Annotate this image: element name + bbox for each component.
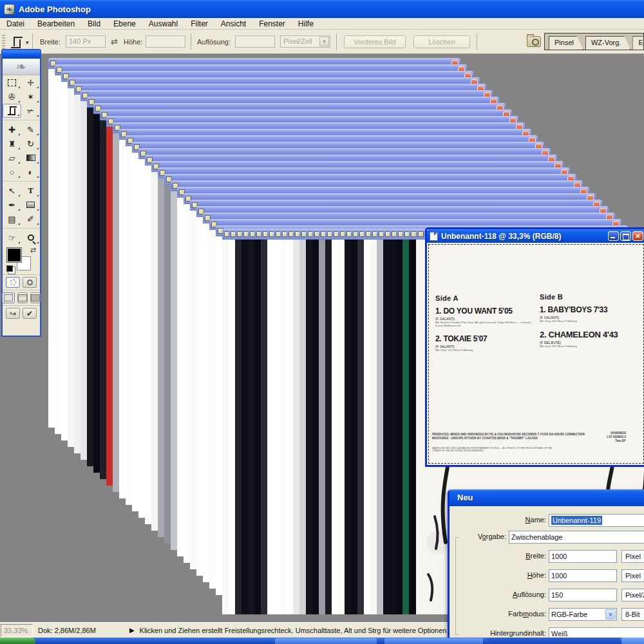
menubar: DateiBearbeitenBildEbeneAuswahlFilterAns…	[0, 18, 644, 30]
start-button-fragment[interactable]	[0, 638, 35, 644]
healing-brush-tool[interactable]: ✚	[3, 122, 21, 137]
aufloesung-unit-select[interactable]: Pixel/Zol	[621, 589, 644, 601]
record-side-b: Side B 1. BABY'BOYS 7'33(F. GALANTI)Md. …	[540, 293, 636, 355]
vorgabe-value: Zwischenablage	[511, 533, 563, 541]
gradient-tool[interactable]	[21, 151, 40, 165]
zoom-level-field[interactable]: 33,33%	[1, 624, 33, 637]
shape-tool[interactable]	[21, 198, 40, 212]
neu-dialog-titlebar[interactable]: Neu	[450, 489, 644, 506]
hoehe-unit-select[interactable]: Pixel	[621, 569, 644, 582]
menu-auswahl[interactable]: Auswahl	[142, 19, 184, 28]
breite-unit-select[interactable]: Pixel	[621, 550, 644, 563]
record-side-a: Side A 1. DO YOU WANT 5'05(F. GALANTI)Md…	[435, 294, 532, 359]
pen-tool[interactable]: ✒	[3, 198, 21, 212]
brush-tool[interactable]: ✎	[21, 122, 40, 137]
crop-tool-icon[interactable]	[10, 36, 23, 49]
shape-icon	[26, 202, 35, 208]
burn-tool[interactable]: ◐	[21, 165, 40, 179]
zoom-tool[interactable]	[21, 231, 40, 245]
aufloesung-unit-value: Pixel/Zoll	[283, 37, 312, 45]
type-tool[interactable]: T	[21, 184, 40, 198]
menu-ebene[interactable]: Ebene	[107, 19, 142, 28]
menu-datei[interactable]: Datei	[0, 19, 31, 28]
chevron-down-icon[interactable]: ˅	[605, 609, 616, 620]
history-brush-tool[interactable]: ↻	[21, 137, 40, 151]
vorgabe-label: Vorgabe:	[478, 533, 506, 540]
options-grip[interactable]	[2, 35, 5, 49]
jump-to-imageready-button[interactable]: ↪	[6, 308, 20, 319]
foreground-color-swatch[interactable]	[7, 248, 21, 262]
swap-colors-icon[interactable]: ⇄	[30, 246, 36, 254]
menu-hilfe[interactable]: Hilfe	[292, 19, 320, 28]
menu-filter[interactable]: Filter	[184, 19, 214, 28]
document-canvas[interactable]: Side A 1. DO YOU WANT 5'05(F. GALANTI)Md…	[427, 243, 644, 465]
blur-tool[interactable]: ○	[3, 165, 21, 179]
document-titlebar[interactable]: Unbenannt-118 @ 33,3% (RGB/8) ✕	[427, 229, 644, 243]
breite-input[interactable]: 140 Px	[66, 35, 106, 48]
breite-dlg-input[interactable]: 1000	[549, 550, 617, 563]
menu-ansicht[interactable]: Ansicht	[214, 19, 252, 28]
quick-mask-button[interactable]	[23, 277, 37, 288]
aufloesung-input[interactable]	[235, 35, 275, 48]
pen-icon: ✒	[8, 200, 15, 210]
hoehe-dlg-label: Höhe:	[527, 571, 546, 579]
menu-bearbeiten[interactable]: Bearbeiten	[31, 19, 81, 28]
rect-marquee-tool[interactable]	[3, 75, 21, 90]
minimize-button[interactable]	[608, 231, 619, 241]
eyedropper-tool[interactable]: ✐	[21, 212, 40, 226]
swap-dimensions-icon[interactable]: ⇄	[111, 37, 118, 46]
farbmodus-label: Farbmodus:	[508, 610, 546, 618]
palette-tab-ebenenko[interactable]: Ebenenko	[632, 36, 644, 50]
vorgabe-select[interactable]: Zwischenablage	[509, 531, 644, 544]
gradient-icon	[26, 155, 35, 161]
aufloesung-unit-select[interactable]: Pixel/Zoll ▼	[280, 35, 330, 48]
toolbox-palette[interactable]: ❧ ✛✇✶✃✚✎♜↻▱○◐↖T✒▤✐☞ ⇄ ↪ ✔	[1, 49, 41, 337]
notes-tool[interactable]: ▤	[3, 212, 21, 226]
record-fine-print: PRODUCED, MIXED AND ARRANGED BY PG & FGH…	[432, 433, 603, 440]
app-titlebar[interactable]: ❧ Adobe Photoshop	[0, 0, 644, 18]
dropdown-arrow-icon[interactable]: ▼	[319, 37, 329, 46]
document-window-unbenannt-118[interactable]: Unbenannt-118 @ 33,3% (RGB/8) ✕ Side A 1…	[425, 227, 644, 467]
hand-tool[interactable]: ☞	[3, 231, 21, 245]
eraser-tool[interactable]: ▱	[3, 151, 21, 165]
status-hint: Klicken und Ziehen erstellt Freistellung…	[140, 627, 447, 634]
maximize-button[interactable]	[620, 231, 631, 241]
farbmodus-select[interactable]: RGB-Farbe ˅	[549, 608, 617, 621]
toolbox-feather-logo: ❧	[3, 59, 40, 75]
burn-icon: ◐	[28, 167, 33, 177]
menu-bild[interactable]: Bild	[81, 19, 107, 28]
crop-tool[interactable]	[3, 104, 21, 118]
taskbar-button[interactable]	[275, 638, 377, 644]
name-value: Unbenannt-119	[551, 516, 602, 525]
close-button[interactable]: ✕	[632, 231, 643, 241]
palette-tab-wzvorg[interactable]: WZ-Vorg.	[585, 36, 630, 50]
palette-tab-pinsel[interactable]: Pinsel	[549, 36, 583, 50]
aufloesung-dlg-input[interactable]: 150	[549, 589, 617, 601]
path-select-tool[interactable]: ↖	[3, 184, 21, 198]
vorderes-bild-button[interactable]: Vorderes Bild	[344, 35, 406, 48]
bitdepth-select[interactable]: 8-Bit	[621, 608, 644, 621]
status-arrow-icon[interactable]: ▶	[129, 627, 135, 634]
slice-tool[interactable]: ✃	[21, 104, 40, 118]
hoehe-input[interactable]	[146, 35, 185, 48]
move-tool[interactable]: ✛	[21, 75, 40, 90]
hoehe-row: Höhe: 1000 Pixel	[450, 569, 644, 582]
lasso-tool[interactable]: ✇	[3, 90, 21, 104]
name-input[interactable]: Unbenannt-119	[549, 514, 644, 527]
standard-screen-button[interactable]	[2, 292, 15, 303]
clone-stamp-tool[interactable]: ♜	[3, 137, 21, 151]
file-browser-icon[interactable]	[527, 36, 541, 47]
hoehe-dlg-input[interactable]: 1000	[549, 569, 617, 582]
standard-mode-button[interactable]	[6, 277, 20, 288]
taskbar-button[interactable]	[384, 638, 483, 644]
fullscreen-button[interactable]	[30, 292, 41, 303]
default-colors-icon[interactable]	[6, 265, 13, 272]
toolbox-titlebar[interactable]	[3, 50, 40, 59]
magic-wand-tool[interactable]: ✶	[21, 90, 40, 104]
tool-preset-chevron-icon[interactable]: ▾	[26, 39, 29, 46]
menu-fenster[interactable]: Fenster	[252, 19, 292, 28]
fullscreen-menubar-button[interactable]	[17, 292, 28, 303]
check-icon-button[interactable]: ✔	[23, 308, 37, 319]
neu-dialog[interactable]: Neu Name: Unbenannt-119 Vorgabe: Zwische…	[448, 489, 644, 644]
loeschen-button[interactable]: Löschen	[413, 35, 470, 48]
